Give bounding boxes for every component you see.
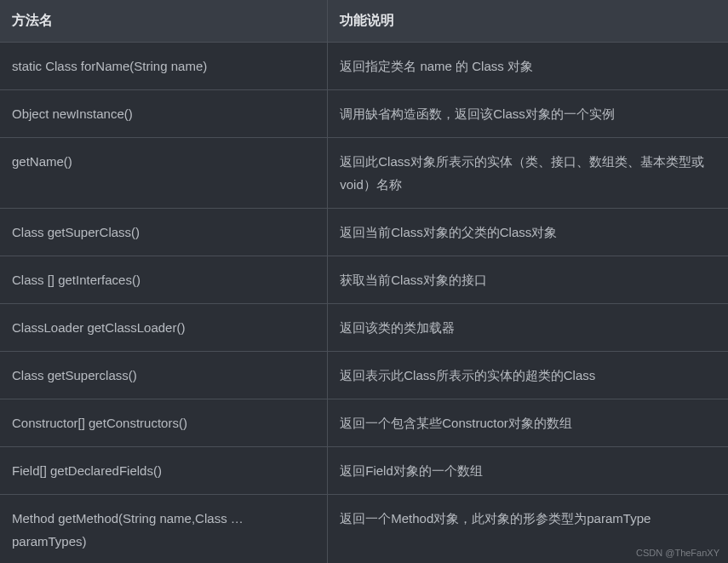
cell-method: Field[] getDeclaredFields() [0, 446, 328, 494]
cell-desc: 调用缺省构造函数，返回该Class对象的一个实例 [328, 89, 728, 137]
cell-desc: 返回该类的类加载器 [328, 303, 728, 351]
table-row: static Class forName(String name) 返回指定类名… [0, 42, 728, 89]
table-row: getName() 返回此Class对象所表示的实体（类、接口、数组类、基本类型… [0, 137, 728, 208]
watermark-text: CSDN @TheFanXY [636, 548, 719, 558]
cell-desc: 返回表示此Class所表示的实体的超类的Class [328, 351, 728, 399]
cell-method: Class getSuperclass() [0, 351, 328, 399]
cell-desc: 返回Field对象的一个数组 [328, 446, 728, 494]
cell-method: Constructor[] getConstructors() [0, 399, 328, 446]
header-description: 功能说明 [328, 0, 728, 42]
cell-method: Method getMethod(String name,Class … par… [0, 494, 328, 563]
cell-method: Object newInstance() [0, 89, 328, 137]
cell-desc: 返回当前Class对象的父类的Class对象 [328, 208, 728, 256]
table-row: Method getMethod(String name,Class … par… [0, 494, 728, 563]
cell-method: getName() [0, 137, 328, 208]
cell-method: Class [] getInterfaces() [0, 256, 328, 303]
table-row: ClassLoader getClassLoader() 返回该类的类加载器 [0, 303, 728, 351]
table-row: Class getSuperclass() 返回表示此Class所表示的实体的超… [0, 351, 728, 399]
table-row: Object newInstance() 调用缺省构造函数，返回该Class对象… [0, 89, 728, 137]
api-reference-table: 方法名 功能说明 static Class forName(String nam… [0, 0, 728, 563]
cell-desc: 返回此Class对象所表示的实体（类、接口、数组类、基本类型或void）名称 [328, 137, 728, 208]
cell-method: static Class forName(String name) [0, 42, 328, 89]
table-body: static Class forName(String name) 返回指定类名… [0, 42, 728, 563]
cell-desc: 返回指定类名 name 的 Class 对象 [328, 42, 728, 89]
table-row: Field[] getDeclaredFields() 返回Field对象的一个… [0, 446, 728, 494]
cell-method: ClassLoader getClassLoader() [0, 303, 328, 351]
table-row: Class getSuperClass() 返回当前Class对象的父类的Cla… [0, 208, 728, 256]
table-row: Class [] getInterfaces() 获取当前Class对象的接口 [0, 256, 728, 303]
cell-desc: 获取当前Class对象的接口 [328, 256, 728, 303]
cell-method: Class getSuperClass() [0, 208, 328, 256]
header-method-name: 方法名 [0, 0, 328, 42]
table-row: Constructor[] getConstructors() 返回一个包含某些… [0, 399, 728, 446]
table-header-row: 方法名 功能说明 [0, 0, 728, 42]
cell-desc: 返回一个包含某些Constructor对象的数组 [328, 399, 728, 446]
